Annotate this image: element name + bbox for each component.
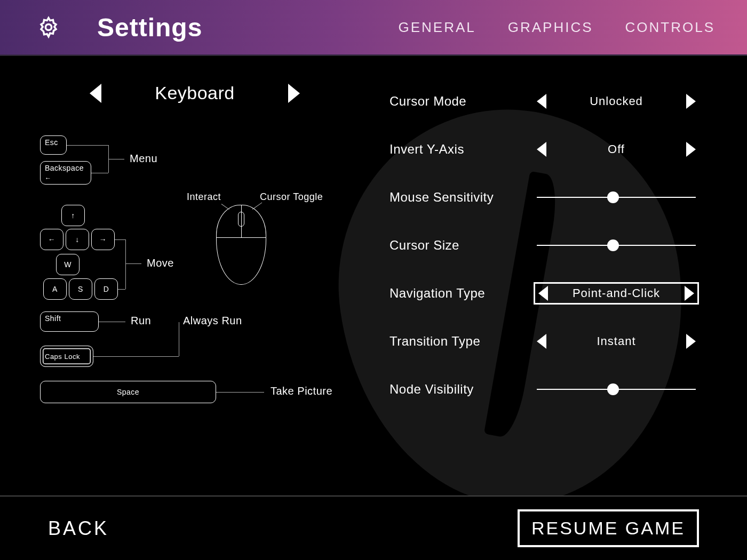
tab-general[interactable]: GENERAL [398, 19, 475, 36]
setting-control[interactable]: Instant [534, 332, 699, 351]
key-shift: Shift [40, 311, 99, 332]
settings-list: Cursor Mode Unlocked Invert Y-Axis Off M… [390, 88, 699, 403]
slider[interactable] [537, 191, 696, 204]
key-d: D [94, 278, 118, 300]
header-bar: Settings GENERAL GRAPHICS CONTROLS [0, 0, 747, 55]
label-move: Move [147, 257, 174, 269]
label-interact: Interact [187, 191, 221, 203]
setting-label: Mouse Sensitivity [390, 190, 534, 205]
chevron-right-icon[interactable] [686, 334, 696, 349]
setting-label: Cursor Mode [390, 94, 534, 109]
gear-icon [37, 16, 60, 38]
setting-label: Cursor Size [390, 238, 534, 253]
key-esc: Esc [40, 135, 67, 155]
key-arrow-left [40, 229, 63, 250]
footer-bar: BACK RESUME GAME [0, 496, 747, 560]
chevron-right-icon[interactable] [686, 94, 696, 109]
scheme-next-button[interactable] [288, 84, 300, 103]
mouse-icon [216, 205, 266, 285]
chevron-left-icon[interactable] [537, 334, 546, 349]
setting-label: Transition Type [390, 334, 534, 349]
label-menu: Menu [130, 153, 157, 165]
keymap-diagram: Esc Backspace Menu W A S D [40, 135, 349, 445]
slider-knob[interactable] [607, 239, 619, 251]
key-backspace: Backspace [40, 161, 91, 185]
setting-cursor-mode: Cursor Mode Unlocked [390, 88, 699, 115]
setting-value: Off [546, 142, 686, 156]
tab-graphics[interactable]: GRAPHICS [508, 19, 593, 36]
label-take-picture: Take Picture [271, 385, 332, 397]
setting-control[interactable]: Point-and-Click [534, 282, 699, 305]
chevron-left-icon[interactable] [537, 142, 546, 157]
tab-controls[interactable]: CONTROLS [625, 19, 715, 36]
setting-label: Invert Y-Axis [390, 142, 534, 157]
chevron-right-icon[interactable] [686, 142, 696, 157]
key-w: W [56, 254, 80, 275]
key-a: A [43, 278, 67, 300]
slider[interactable] [537, 383, 696, 396]
key-s: S [69, 278, 92, 300]
setting-label: Node Visibility [390, 382, 534, 397]
key-arrow-right [91, 229, 115, 250]
setting-transition-type: Transition Type Instant [390, 328, 699, 355]
key-arrow-down [66, 229, 89, 250]
setting-invert-y: Invert Y-Axis Off [390, 136, 699, 163]
setting-cursor-size: Cursor Size [390, 232, 699, 259]
page-title: Settings [97, 13, 202, 42]
slider-control[interactable] [534, 381, 699, 398]
label-cursor-toggle: Cursor Toggle [260, 191, 323, 203]
setting-label: Navigation Type [390, 286, 534, 301]
chevron-right-icon[interactable] [685, 286, 694, 301]
setting-value: Instant [546, 334, 686, 348]
slider[interactable] [537, 239, 696, 252]
setting-navigation-type: Navigation Type Point-and-Click [390, 280, 699, 307]
slider-knob[interactable] [607, 191, 619, 203]
chevron-left-icon[interactable] [537, 94, 546, 109]
slider-control[interactable] [534, 189, 699, 206]
setting-control[interactable]: Off [534, 140, 699, 159]
scheme-prev-button[interactable] [90, 84, 101, 103]
setting-value: Unlocked [546, 94, 686, 108]
key-capslock: Caps Lock [40, 346, 93, 367]
setting-control[interactable]: Unlocked [534, 92, 699, 111]
resume-game-button[interactable]: RESUME GAME [518, 509, 699, 547]
key-arrow-up [61, 205, 85, 226]
slider-knob[interactable] [607, 383, 619, 395]
main-area: Keyboard Esc Backspace Menu [0, 55, 747, 496]
label-always-run: Always Run [183, 315, 242, 327]
back-button[interactable]: BACK [48, 517, 109, 540]
slider-control[interactable] [534, 237, 699, 254]
setting-node-visibility: Node Visibility [390, 376, 699, 403]
svg-point-0 [45, 24, 51, 30]
label-run: Run [131, 315, 151, 327]
control-scheme-panel: Keyboard Esc Backspace Menu [40, 83, 349, 445]
chevron-left-icon[interactable] [538, 286, 548, 301]
scheme-label: Keyboard [155, 83, 235, 103]
setting-value: Point-and-Click [548, 286, 685, 300]
key-space: Space [40, 381, 216, 403]
setting-mouse-sensitivity: Mouse Sensitivity [390, 184, 699, 211]
